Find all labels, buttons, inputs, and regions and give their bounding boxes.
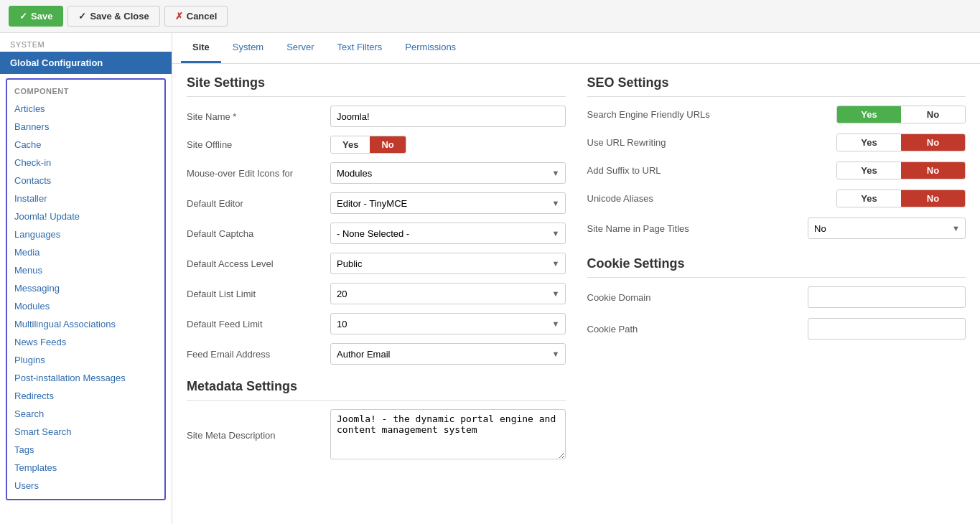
mouseover-label: Mouse-over Edit Icons for [187, 168, 330, 179]
rewriting-yes-btn[interactable]: Yes [837, 134, 901, 151]
suffix-yes-btn[interactable]: Yes [837, 162, 901, 179]
cookie-domain-control [808, 286, 966, 308]
sidebar-item-tags[interactable]: Tags [7, 441, 164, 459]
component-box: COMPONENT ArticlesBannersCacheCheck-inCo… [6, 78, 166, 500]
site-name-row: Site Name * [187, 106, 566, 127]
metadata-section: Metadata Settings Site Meta Description … [187, 379, 566, 462]
friendly-no-btn[interactable]: No [901, 106, 965, 123]
sidebar-item-plugins[interactable]: Plugins [7, 351, 164, 369]
unicode-yes-btn[interactable]: Yes [837, 190, 901, 207]
unicode-aliases-toggle: Yes No [836, 190, 966, 207]
cancel-button[interactable]: ✗ Cancel [164, 6, 228, 27]
cookie-path-input[interactable] [808, 318, 966, 340]
default-list-limit-select[interactable]: 20 [330, 283, 566, 304]
friendly-yes-btn[interactable]: Yes [837, 106, 901, 123]
mouseover-select[interactable]: Modules [330, 162, 566, 184]
sidebar-item-modules[interactable]: Modules [7, 297, 164, 315]
cookie-path-row: Cookie Path [587, 318, 966, 340]
default-editor-control: Editor - TinyMCE ▼ [330, 192, 566, 214]
suffix-url-row: Add Suffix to URL Yes No [587, 162, 966, 179]
tab-site[interactable]: Site [181, 33, 221, 63]
meta-desc-row: Site Meta Description Joomla! - the dyna… [187, 409, 566, 462]
sidebar-item-menus[interactable]: Menus [7, 261, 164, 279]
default-feed-limit-label: Default Feed Limit [187, 319, 330, 329]
mouseover-row: Mouse-over Edit Icons for Modules ▼ [187, 162, 566, 184]
site-name-input[interactable] [330, 106, 566, 127]
content-left: Site Settings Site Name * Site Offline Y… [187, 75, 566, 470]
cancel-icon: ✗ [175, 11, 183, 22]
suffix-url-control: Yes No [836, 162, 966, 179]
global-config-item[interactable]: Global Configuration [0, 52, 172, 74]
url-rewriting-label: Use URL Rewriting [587, 137, 837, 148]
sidebar-item-languages[interactable]: Languages [7, 225, 164, 243]
default-captcha-label: Default Captcha [187, 228, 330, 239]
main-content: Site System Server Text Filters Permissi… [172, 33, 980, 524]
sidebar-item-contacts[interactable]: Contacts [7, 172, 164, 190]
mouseover-select-wrap: Modules ▼ [330, 162, 566, 184]
sidebar-items-container: ArticlesBannersCacheCheck-inContactsInst… [7, 100, 164, 495]
save-button[interactable]: ✓ Save [9, 6, 63, 27]
tabs-bar: Site System Server Text Filters Permissi… [172, 33, 980, 64]
content-right: SEO Settings Search Engine Friendly URLs… [587, 75, 966, 470]
default-access-row: Default Access Level Public ▼ [187, 253, 566, 274]
sidebar: SYSTEM Global Configuration COMPONENT Ar… [0, 33, 172, 524]
cookie-path-control [808, 318, 966, 340]
sidebar-item-post-installation-messages[interactable]: Post-installation Messages [7, 369, 164, 387]
tab-text-filters[interactable]: Text Filters [325, 33, 393, 63]
feed-email-select[interactable]: Author Email [330, 343, 566, 365]
url-rewriting-row: Use URL Rewriting Yes No [587, 134, 966, 151]
sidebar-item-joomla-update[interactable]: Joomla! Update [7, 207, 164, 225]
site-name-titles-row: Site Name in Page Titles No ▼ [587, 217, 966, 239]
friendly-urls-toggle: Yes No [836, 106, 966, 123]
sidebar-item-users[interactable]: Users [7, 477, 164, 495]
default-editor-select[interactable]: Editor - TinyMCE [330, 192, 566, 214]
sidebar-item-redirects[interactable]: Redirects [7, 387, 164, 405]
default-access-select[interactable]: Public [330, 253, 566, 274]
sidebar-item-cache[interactable]: Cache [7, 136, 164, 154]
default-captcha-select[interactable]: - None Selected - [330, 223, 566, 244]
suffix-no-btn[interactable]: No [901, 162, 965, 179]
sidebar-item-banners[interactable]: Banners [7, 118, 164, 136]
default-access-label: Default Access Level [187, 258, 330, 269]
unicode-aliases-control: Yes No [836, 190, 966, 207]
component-label: COMPONENT [7, 84, 164, 100]
feed-email-row: Feed Email Address Author Email ▼ [187, 343, 566, 365]
sidebar-item-media[interactable]: Media [7, 243, 164, 261]
cookie-domain-input[interactable] [808, 286, 966, 308]
friendly-urls-label: Search Engine Friendly URLs [587, 109, 837, 120]
toolbar: ✓ Save ✓ Save & Close ✗ Cancel [0, 0, 980, 33]
url-rewriting-toggle: Yes No [836, 134, 966, 151]
sidebar-item-smart-search[interactable]: Smart Search [7, 423, 164, 441]
default-list-limit-label: Default List Limit [187, 289, 330, 299]
tab-server[interactable]: Server [275, 33, 325, 63]
site-offline-row: Site Offline Yes No [187, 136, 566, 154]
site-offline-label: Site Offline [187, 139, 330, 150]
sidebar-item-articles[interactable]: Articles [7, 100, 164, 118]
sidebar-item-check-in[interactable]: Check-in [7, 154, 164, 172]
unicode-no-btn[interactable]: No [901, 190, 965, 207]
tab-permissions[interactable]: Permissions [393, 33, 467, 63]
sidebar-item-multilingual-associations[interactable]: Multilingual Associations [7, 315, 164, 333]
system-label: SYSTEM [0, 33, 172, 52]
sidebar-item-search[interactable]: Search [7, 405, 164, 423]
default-list-limit-row: Default List Limit 20 ▼ [187, 283, 566, 304]
sidebar-item-installer[interactable]: Installer [7, 190, 164, 207]
sidebar-item-templates[interactable]: Templates [7, 459, 164, 477]
sidebar-item-messaging[interactable]: Messaging [7, 279, 164, 297]
default-list-limit-select-wrap: 20 ▼ [330, 283, 566, 304]
default-feed-limit-select[interactable]: 10 [330, 313, 566, 334]
save-close-button[interactable]: ✓ Save & Close [67, 6, 159, 27]
sidebar-item-news-feeds[interactable]: News Feeds [7, 333, 164, 351]
url-rewriting-control: Yes No [836, 134, 966, 151]
site-name-titles-select-wrap: No ▼ [808, 217, 966, 239]
friendly-urls-control: Yes No [836, 106, 966, 123]
default-editor-select-wrap: Editor - TinyMCE ▼ [330, 192, 566, 214]
cookie-section: Cookie Settings Cookie Domain Cookie Pat… [587, 256, 966, 340]
meta-desc-textarea[interactable]: Joomla! - the dynamic portal engine and … [330, 409, 566, 459]
site-offline-no-btn[interactable]: No [370, 136, 405, 153]
suffix-url-label: Add Suffix to URL [587, 165, 837, 176]
site-name-titles-select[interactable]: No [808, 217, 966, 239]
site-offline-yes-btn[interactable]: Yes [331, 136, 370, 153]
rewriting-no-btn[interactable]: No [901, 134, 965, 151]
tab-system[interactable]: System [221, 33, 275, 63]
